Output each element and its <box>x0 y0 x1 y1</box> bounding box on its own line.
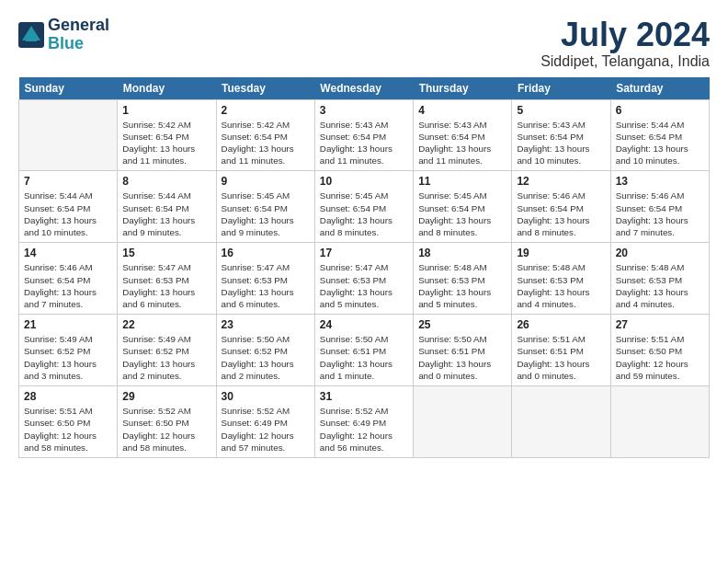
day-number: 23 <box>222 318 310 331</box>
day-cell: 22Sunrise: 5:49 AMSunset: 6:52 PMDayligh… <box>118 315 216 386</box>
weekday-header-sunday: Sunday <box>19 77 118 100</box>
day-info: Sunrise: 5:44 AMSunset: 6:54 PMDaylight:… <box>24 190 112 238</box>
day-number: 18 <box>418 247 506 259</box>
svg-rect-2 <box>26 39 37 41</box>
day-number: 9 <box>222 175 310 188</box>
weekday-header-friday: Friday <box>512 77 610 100</box>
day-cell <box>512 386 610 458</box>
day-info: Sunrise: 5:43 AMSunset: 6:54 PMDaylight:… <box>418 119 506 167</box>
day-number: 7 <box>24 175 112 188</box>
day-cell: 29Sunrise: 5:52 AMSunset: 6:50 PMDayligh… <box>118 386 216 458</box>
day-number: 19 <box>517 247 605 259</box>
weekday-header-row: SundayMondayTuesdayWednesdayThursdayFrid… <box>19 77 710 100</box>
day-cell: 28Sunrise: 5:51 AMSunset: 6:50 PMDayligh… <box>19 386 118 458</box>
day-cell: 13Sunrise: 5:46 AMSunset: 6:54 PMDayligh… <box>610 171 709 243</box>
day-info: Sunrise: 5:46 AMSunset: 6:54 PMDaylight:… <box>517 190 605 238</box>
day-cell <box>19 99 118 171</box>
month-year: July 2024 <box>540 17 710 53</box>
week-row-5: 28Sunrise: 5:51 AMSunset: 6:50 PMDayligh… <box>19 386 710 458</box>
weekday-header-thursday: Thursday <box>414 77 512 100</box>
day-number: 21 <box>24 318 112 331</box>
day-info: Sunrise: 5:49 AMSunset: 6:52 PMDaylight:… <box>24 333 112 382</box>
day-info: Sunrise: 5:50 AMSunset: 6:52 PMDaylight:… <box>222 333 310 382</box>
day-cell: 8Sunrise: 5:44 AMSunset: 6:54 PMDaylight… <box>118 171 216 243</box>
day-info: Sunrise: 5:51 AMSunset: 6:50 PMDaylight:… <box>616 333 704 382</box>
week-row-4: 21Sunrise: 5:49 AMSunset: 6:52 PMDayligh… <box>19 315 710 386</box>
day-cell: 14Sunrise: 5:46 AMSunset: 6:54 PMDayligh… <box>19 243 118 315</box>
day-info: Sunrise: 5:44 AMSunset: 6:54 PMDaylight:… <box>616 119 704 167</box>
day-cell: 27Sunrise: 5:51 AMSunset: 6:50 PMDayligh… <box>610 315 709 386</box>
day-number: 22 <box>122 318 210 331</box>
day-info: Sunrise: 5:52 AMSunset: 6:49 PMDaylight:… <box>222 405 310 454</box>
day-cell: 20Sunrise: 5:48 AMSunset: 6:53 PMDayligh… <box>610 243 709 315</box>
day-info: Sunrise: 5:42 AMSunset: 6:54 PMDaylight:… <box>222 119 310 167</box>
day-number: 6 <box>616 104 704 117</box>
day-number: 30 <box>222 390 310 403</box>
header: General Blue July 2024 Siddipet, Telanga… <box>18 17 710 70</box>
day-info: Sunrise: 5:52 AMSunset: 6:49 PMDaylight:… <box>320 405 408 454</box>
day-number: 5 <box>517 104 605 117</box>
day-info: Sunrise: 5:51 AMSunset: 6:50 PMDaylight:… <box>24 405 112 454</box>
day-number: 31 <box>320 390 408 403</box>
day-cell: 6Sunrise: 5:44 AMSunset: 6:54 PMDaylight… <box>610 99 709 171</box>
day-cell: 25Sunrise: 5:50 AMSunset: 6:51 PMDayligh… <box>414 315 512 386</box>
day-number: 17 <box>320 247 408 259</box>
day-cell: 9Sunrise: 5:45 AMSunset: 6:54 PMDaylight… <box>216 171 314 243</box>
day-number: 14 <box>24 247 112 259</box>
day-info: Sunrise: 5:45 AMSunset: 6:54 PMDaylight:… <box>222 190 310 238</box>
day-info: Sunrise: 5:52 AMSunset: 6:50 PMDaylight:… <box>122 405 210 454</box>
day-number: 27 <box>616 318 704 331</box>
logo-text: General Blue <box>48 17 109 53</box>
location: Siddipet, Telangana, India <box>540 53 710 70</box>
day-cell: 21Sunrise: 5:49 AMSunset: 6:52 PMDayligh… <box>19 315 118 386</box>
weekday-header-monday: Monday <box>118 77 216 100</box>
day-cell <box>414 386 512 458</box>
day-info: Sunrise: 5:43 AMSunset: 6:54 PMDaylight:… <box>320 119 408 167</box>
day-cell: 2Sunrise: 5:42 AMSunset: 6:54 PMDaylight… <box>216 99 314 171</box>
day-number: 3 <box>320 104 408 117</box>
day-info: Sunrise: 5:46 AMSunset: 6:54 PMDaylight:… <box>24 261 112 310</box>
day-cell: 15Sunrise: 5:47 AMSunset: 6:53 PMDayligh… <box>118 243 216 315</box>
day-number: 11 <box>418 175 506 188</box>
day-cell: 1Sunrise: 5:42 AMSunset: 6:54 PMDaylight… <box>118 99 216 171</box>
day-info: Sunrise: 5:51 AMSunset: 6:51 PMDaylight:… <box>517 333 605 382</box>
weekday-header-wednesday: Wednesday <box>314 77 413 100</box>
day-cell: 19Sunrise: 5:48 AMSunset: 6:53 PMDayligh… <box>512 243 610 315</box>
day-cell: 31Sunrise: 5:52 AMSunset: 6:49 PMDayligh… <box>314 386 413 458</box>
day-info: Sunrise: 5:47 AMSunset: 6:53 PMDaylight:… <box>222 261 310 310</box>
day-info: Sunrise: 5:46 AMSunset: 6:54 PMDaylight:… <box>616 190 704 238</box>
day-info: Sunrise: 5:45 AMSunset: 6:54 PMDaylight:… <box>320 190 408 238</box>
day-cell: 24Sunrise: 5:50 AMSunset: 6:51 PMDayligh… <box>314 315 413 386</box>
day-number: 16 <box>222 247 310 259</box>
day-cell: 16Sunrise: 5:47 AMSunset: 6:53 PMDayligh… <box>216 243 314 315</box>
day-cell: 5Sunrise: 5:43 AMSunset: 6:54 PMDaylight… <box>512 99 610 171</box>
day-info: Sunrise: 5:44 AMSunset: 6:54 PMDaylight:… <box>122 190 210 238</box>
week-row-2: 7Sunrise: 5:44 AMSunset: 6:54 PMDaylight… <box>19 171 710 243</box>
day-info: Sunrise: 5:48 AMSunset: 6:53 PMDaylight:… <box>418 261 506 310</box>
day-number: 12 <box>517 175 605 188</box>
calendar-table: SundayMondayTuesdayWednesdayThursdayFrid… <box>18 77 710 458</box>
weekday-header-saturday: Saturday <box>610 77 709 100</box>
day-number: 1 <box>122 104 210 117</box>
day-info: Sunrise: 5:45 AMSunset: 6:54 PMDaylight:… <box>418 190 506 238</box>
day-number: 2 <box>222 104 310 117</box>
day-info: Sunrise: 5:47 AMSunset: 6:53 PMDaylight:… <box>320 261 408 310</box>
day-info: Sunrise: 5:42 AMSunset: 6:54 PMDaylight:… <box>122 119 210 167</box>
day-number: 29 <box>122 390 210 403</box>
week-row-3: 14Sunrise: 5:46 AMSunset: 6:54 PMDayligh… <box>19 243 710 315</box>
day-number: 26 <box>517 318 605 331</box>
week-row-1: 1Sunrise: 5:42 AMSunset: 6:54 PMDaylight… <box>19 99 710 171</box>
day-cell: 30Sunrise: 5:52 AMSunset: 6:49 PMDayligh… <box>216 386 314 458</box>
calendar-body: 1Sunrise: 5:42 AMSunset: 6:54 PMDaylight… <box>19 99 710 457</box>
day-cell: 3Sunrise: 5:43 AMSunset: 6:54 PMDaylight… <box>314 99 413 171</box>
day-number: 8 <box>122 175 210 188</box>
day-cell: 26Sunrise: 5:51 AMSunset: 6:51 PMDayligh… <box>512 315 610 386</box>
title-block: July 2024 Siddipet, Telangana, India <box>540 17 710 70</box>
day-number: 20 <box>616 247 704 259</box>
day-info: Sunrise: 5:47 AMSunset: 6:53 PMDaylight:… <box>122 261 210 310</box>
weekday-header-tuesday: Tuesday <box>216 77 314 100</box>
day-info: Sunrise: 5:49 AMSunset: 6:52 PMDaylight:… <box>122 333 210 382</box>
day-number: 24 <box>320 318 408 331</box>
day-cell: 23Sunrise: 5:50 AMSunset: 6:52 PMDayligh… <box>216 315 314 386</box>
logo-icon <box>18 22 44 48</box>
